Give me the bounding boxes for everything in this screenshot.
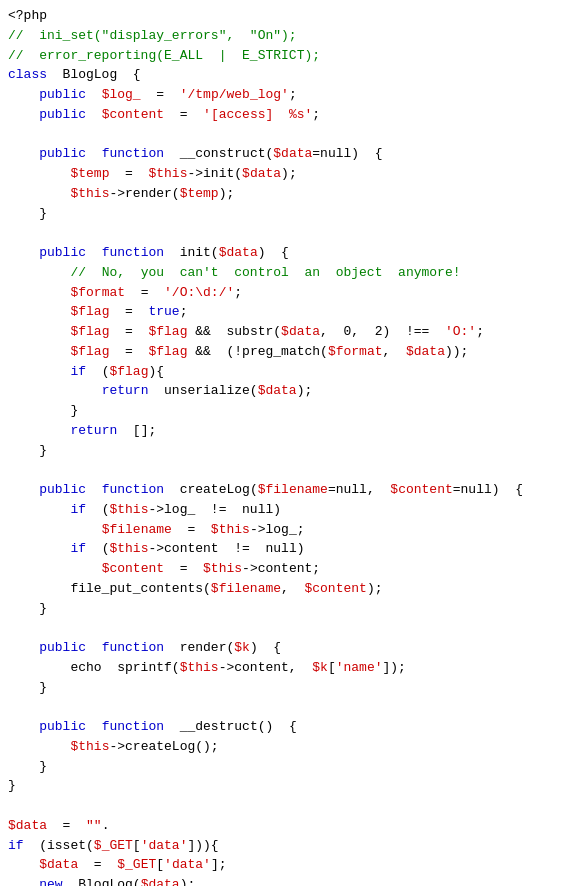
code-line-16: $flag = true; xyxy=(8,302,575,322)
code-line-34: echo sprintf($this->content, $k['name'])… xyxy=(8,658,575,678)
code-line-5: public $log_ = '/tmp/web_log'; xyxy=(8,85,575,105)
code-line-2: // ini_set("display_errors", "On"); xyxy=(8,26,575,46)
code-line-19: if ($flag){ xyxy=(8,362,575,382)
code-line-45: new BlogLog($data); xyxy=(8,875,575,886)
code-line-32 xyxy=(8,618,575,638)
code-line-37: public function __destruct() { xyxy=(8,717,575,737)
code-line-26: if ($this->log_ != null) xyxy=(8,500,575,520)
code-line-41 xyxy=(8,796,575,816)
code-line-10: $this->render($temp); xyxy=(8,184,575,204)
code-line-17: $flag = $flag && substr($data, 0, 2) !==… xyxy=(8,322,575,342)
code-line-44: $data = $_GET['data']; xyxy=(8,855,575,875)
code-line-31: } xyxy=(8,599,575,619)
code-line-42: $data = "". xyxy=(8,816,575,836)
code-line-30: file_put_contents($filename, $content); xyxy=(8,579,575,599)
code-line-3: // error_reporting(E_ALL | E_STRICT); xyxy=(8,46,575,66)
code-line-13: public function init($data) { xyxy=(8,243,575,263)
code-line-1: <?php xyxy=(8,6,575,26)
code-line-38: $this->createLog(); xyxy=(8,737,575,757)
code-line-20: return unserialize($data); xyxy=(8,381,575,401)
code-line-27: $filename = $this->log_; xyxy=(8,520,575,540)
code-line-29: $content = $this->content; xyxy=(8,559,575,579)
code-viewer: <?php // ini_set("display_errors", "On")… xyxy=(0,0,583,886)
code-line-25: public function createLog($filename=null… xyxy=(8,480,575,500)
code-line-12 xyxy=(8,223,575,243)
code-line-4: class BlogLog { xyxy=(8,65,575,85)
code-line-21: } xyxy=(8,401,575,421)
code-line-9: $temp = $this->init($data); xyxy=(8,164,575,184)
code-line-39: } xyxy=(8,757,575,777)
code-line-35: } xyxy=(8,678,575,698)
code-line-33: public function render($k) { xyxy=(8,638,575,658)
code-line-36 xyxy=(8,697,575,717)
code-line-24 xyxy=(8,460,575,480)
code-line-18: $flag = $flag && (!preg_match($format, $… xyxy=(8,342,575,362)
code-line-6: public $content = '[access] %s'; xyxy=(8,105,575,125)
code-line-11: } xyxy=(8,204,575,224)
code-line-23: } xyxy=(8,441,575,461)
code-line-40: } xyxy=(8,776,575,796)
code-line-43: if (isset($_GET['data'])){ xyxy=(8,836,575,856)
code-line-14: // No, you can't control an object anymo… xyxy=(8,263,575,283)
code-line-7 xyxy=(8,125,575,145)
code-line-15: $format = '/O:\d:/'; xyxy=(8,283,575,303)
code-line-8: public function __construct($data=null) … xyxy=(8,144,575,164)
code-line-28: if ($this->content != null) xyxy=(8,539,575,559)
code-line-22: return []; xyxy=(8,421,575,441)
